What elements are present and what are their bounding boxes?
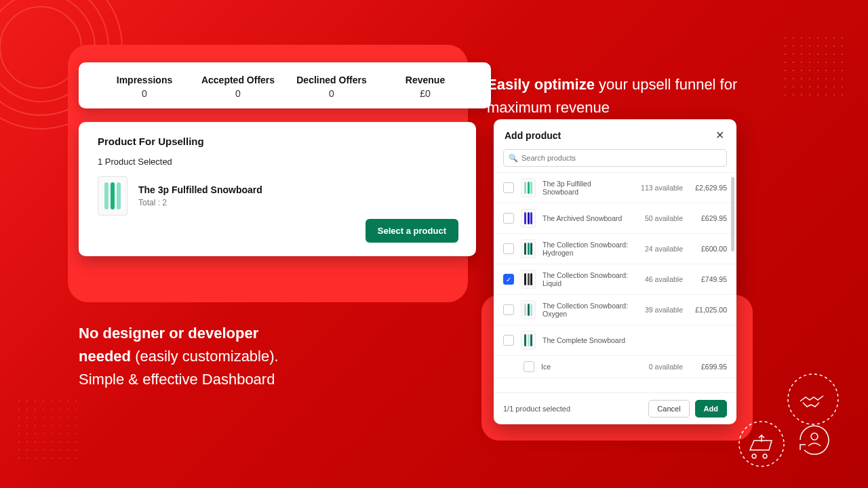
add-button[interactable]: Add — [695, 400, 727, 418]
caption-text: No designer or developer — [79, 325, 258, 342]
product-thumbnail — [521, 300, 536, 319]
upsell-selected-count: 1 Product Selected — [98, 157, 457, 167]
search-wrapper: 🔍 — [503, 149, 727, 167]
scrollbar-thumb[interactable] — [731, 177, 734, 251]
product-thumbnail — [521, 209, 536, 228]
stat-impressions: Impressions 0 — [98, 75, 191, 99]
checkbox[interactable] — [503, 243, 514, 254]
selection-count: 1/1 product selected — [503, 405, 643, 413]
variant-name: Ice — [541, 363, 629, 371]
add-product-modal: Add product ✕ 🔍 The 3p Fulfilled Snowboa… — [494, 119, 736, 424]
svg-point-6 — [811, 433, 818, 440]
left-caption: No designer or developer needed (easily … — [79, 322, 370, 391]
stat-revenue: Revenue £0 — [378, 75, 472, 99]
product-price: £600.00 — [690, 245, 727, 253]
product-row[interactable]: The Collection Snowboard: Oxygen39 avail… — [494, 295, 736, 325]
product-variant-row[interactable]: Ice0 available£699.95 — [494, 356, 736, 378]
product-total: Total : 2 — [138, 198, 262, 207]
checkbox[interactable]: ✓ — [503, 274, 514, 285]
upsell-card: Product For Upselling 1 Product Selected… — [79, 122, 476, 256]
product-name: The Collection Snowboard: Oxygen — [542, 302, 629, 318]
stat-label: Accepted Offers — [191, 75, 285, 85]
stats-card: Impressions 0 Accepted Offers 0 Declined… — [79, 62, 491, 108]
modal-title: Add product — [505, 130, 561, 141]
stat-accepted: Accepted Offers 0 — [191, 75, 285, 99]
product-row[interactable]: The Complete Snowboard — [494, 325, 736, 356]
product-name: The 3p Fulfilled Snowboard — [138, 184, 262, 195]
product-availability: 50 available — [635, 214, 683, 222]
product-price: £629.95 — [690, 214, 727, 222]
caption-text: Easily optimize — [487, 76, 595, 93]
cancel-button[interactable]: Cancel — [648, 400, 689, 418]
checkbox[interactable] — [503, 335, 514, 346]
search-input[interactable] — [503, 149, 727, 167]
product-list: The 3p Fulfilled Snowboard113 available£… — [494, 172, 736, 392]
stat-label: Impressions — [98, 75, 191, 85]
stat-label: Revenue — [378, 75, 472, 85]
decorative-icon-cluster — [738, 373, 840, 468]
product-price: £1,025.00 — [690, 306, 727, 314]
product-row[interactable]: ✓The Collection Snowboard: Liquid46 avai… — [494, 264, 736, 295]
product-availability: 46 available — [635, 275, 683, 283]
product-name: The Complete Snowboard — [542, 336, 629, 344]
modal-footer: 1/1 product selected Cancel Add — [494, 392, 736, 424]
decorative-dots — [15, 397, 83, 465]
product-price: £699.95 — [690, 363, 727, 371]
close-icon[interactable]: ✕ — [714, 129, 726, 142]
svg-point-5 — [739, 422, 784, 466]
cart-up-icon — [738, 420, 785, 468]
product-name: The Collection Snowboard: Hydrogen — [542, 241, 629, 257]
stat-value: 0 — [191, 88, 285, 99]
product-thumbnail — [521, 270, 536, 289]
svg-point-4 — [788, 374, 838, 424]
checkbox[interactable] — [503, 182, 514, 193]
product-availability: 113 available — [635, 184, 683, 192]
users-refresh-icon — [792, 418, 837, 462]
caption-text: (easily customizable). — [131, 348, 279, 365]
product-price: £749.95 — [690, 275, 727, 283]
product-row[interactable]: The 3p Fulfilled Snowboard113 available£… — [494, 173, 736, 203]
product-name: The Archived Snowboard — [542, 214, 629, 222]
stat-value: 0 — [285, 88, 378, 99]
promo-stage: Impressions 0 Accepted Offers 0 Declined… — [0, 0, 868, 488]
product-price: £2,629.95 — [690, 184, 727, 192]
caption-text: Simple & effective Dashboard — [79, 371, 275, 388]
product-thumbnail — [521, 239, 536, 258]
product-name: The Collection Snowboard: Liquid — [542, 271, 629, 287]
stat-value: £0 — [378, 88, 472, 99]
product-row[interactable]: The Archived Snowboard50 available£629.9… — [494, 203, 736, 234]
stat-declined: Declined Offers 0 — [285, 75, 378, 99]
product-name: The 3p Fulfilled Snowboard — [542, 180, 629, 196]
search-icon: 🔍 — [509, 154, 518, 163]
product-availability: 0 available — [635, 363, 683, 371]
select-product-button[interactable]: Select a product — [366, 219, 458, 243]
selected-product-row: The 3p Fulfilled Snowboard Total : 2 — [98, 176, 457, 216]
checkbox[interactable] — [524, 361, 534, 372]
product-row[interactable]: The Collection Snowboard: Hydrogen24 ava… — [494, 234, 736, 264]
right-caption: Easily optimize your upsell funnel for m… — [487, 73, 745, 119]
checkbox[interactable] — [503, 213, 514, 224]
stat-value: 0 — [98, 88, 191, 99]
decorative-dots — [781, 34, 849, 102]
product-availability: 39 available — [635, 306, 683, 314]
upsell-heading: Product For Upselling — [98, 136, 457, 147]
caption-text: needed — [79, 348, 131, 365]
modal-header: Add product ✕ — [494, 119, 736, 149]
product-info: The 3p Fulfilled Snowboard Total : 2 — [138, 184, 262, 207]
product-thumbnail — [98, 176, 127, 216]
checkbox[interactable] — [503, 304, 514, 315]
stat-label: Declined Offers — [285, 75, 378, 85]
product-thumbnail — [521, 331, 536, 350]
product-thumbnail — [521, 178, 536, 197]
product-availability: 24 available — [635, 245, 683, 253]
